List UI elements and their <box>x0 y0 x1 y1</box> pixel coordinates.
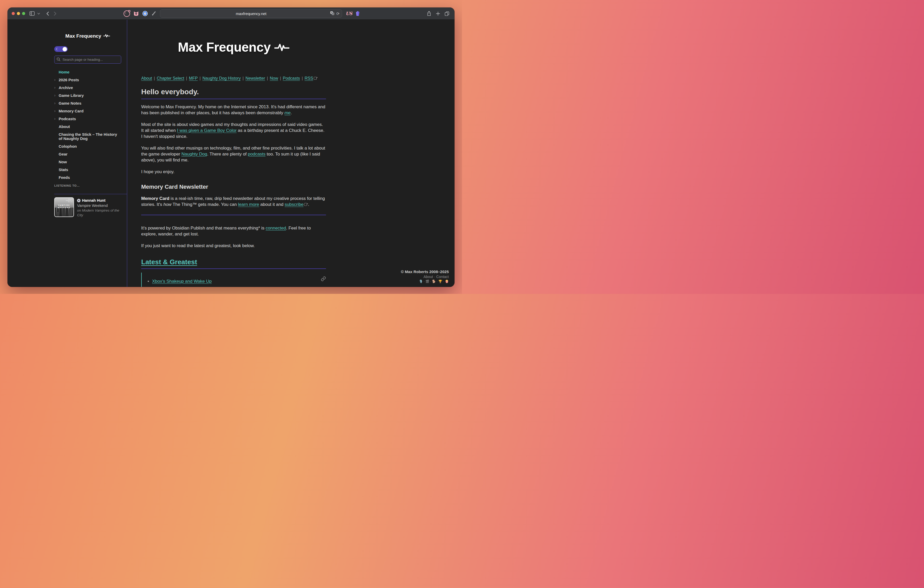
latest-greatest-link[interactable]: Latest & Greatest <box>141 258 197 266</box>
extension-1password-icon[interactable] <box>142 11 148 17</box>
sidebar-item-colophon[interactable]: Colophon <box>54 142 121 150</box>
text-run: about it and <box>259 202 284 207</box>
sidebar-item-label: Podcasts <box>59 117 76 121</box>
hello-heading: Hello everybody. <box>141 88 326 96</box>
extension-obsidian-icon[interactable] <box>356 11 360 16</box>
extension-moon-icon[interactable]: ☾ <box>124 10 130 17</box>
footer-emoji: 🎙️ <box>419 279 423 283</box>
chevron-right-icon[interactable]: › <box>54 86 56 89</box>
extension-us-icon[interactable]: US <box>345 11 352 16</box>
footer-about-link[interactable]: About <box>424 275 433 279</box>
minimize-window-button[interactable] <box>17 12 20 15</box>
album-art[interactable]: Modern Vampires of the City VAMPIREWEEKE… <box>54 197 74 217</box>
track-artist: Vampire Weekend <box>77 203 121 208</box>
close-window-button[interactable] <box>12 12 15 15</box>
sidebar-item-archive[interactable]: ›Archive <box>54 84 121 92</box>
sidebar-item-label: Stats <box>59 167 68 172</box>
page: Max Frequency ☾ Home›2026 Posts›Archive›… <box>8 20 454 287</box>
sidebar-item-label: Memory Card <box>59 109 84 113</box>
inline-link[interactable]: me <box>284 110 291 115</box>
address-bar[interactable]: maxfrequency.net A文 ⟳ <box>160 9 342 18</box>
sidebar-item-chasing-the-stick-the-history-of-naughty-dog[interactable]: Chasing the Stick – The History of Naugh… <box>54 130 121 142</box>
extension-pencil-icon[interactable] <box>151 11 157 16</box>
share-icon[interactable] <box>427 11 431 16</box>
chevron-right-icon[interactable]: › <box>54 78 56 82</box>
separator: | <box>154 76 155 81</box>
sidebar-item-game-library[interactable]: ›Game Library <box>54 92 121 99</box>
sidebar-item-label: Home <box>59 70 69 74</box>
separator: | <box>302 76 303 81</box>
footer-emoji: 🏆 <box>438 279 442 283</box>
back-icon[interactable] <box>46 12 49 16</box>
sidebar-item-stats[interactable]: Stats <box>54 166 121 173</box>
text-run: Memory Card <box>141 196 170 201</box>
theme-toggle[interactable]: ☾ <box>54 46 68 52</box>
sidebar-item-home[interactable]: Home <box>54 68 121 76</box>
top-nav-naughty-dog-history[interactable]: Naughty Dog History <box>203 76 241 81</box>
extension-cat-download-icon[interactable] <box>134 11 139 17</box>
text-run: It's powered by Obsidian Publish and tha… <box>141 226 266 231</box>
top-nav-podcasts[interactable]: Podcasts <box>283 76 300 81</box>
search-input[interactable] <box>54 56 121 64</box>
sidebar-item-label: Game Library <box>59 93 84 97</box>
chevron-right-icon[interactable]: › <box>54 109 56 113</box>
sidebar-item-gear[interactable]: Gear <box>54 150 121 158</box>
top-nav-mfp[interactable]: MFP <box>189 76 198 81</box>
sidebar-item-game-notes[interactable]: ›Game Notes <box>54 99 121 107</box>
text-run: how <box>163 202 171 207</box>
forward-icon[interactable] <box>54 12 56 16</box>
chevron-down-icon[interactable] <box>37 13 40 15</box>
site-sidebar: Max Frequency ☾ Home›2026 Posts›Archive›… <box>8 20 127 287</box>
separator: · <box>443 279 444 283</box>
sidebar-item-now[interactable]: Now <box>54 158 121 166</box>
inline-link[interactable]: learn more <box>238 202 259 207</box>
newsletter-heading: Memory Card Newsletter <box>141 183 326 190</box>
top-nav-now[interactable]: Now <box>270 76 278 81</box>
separator: | <box>186 76 187 81</box>
inline-link[interactable]: I was given a Game Boy Color <box>177 128 237 133</box>
top-nav-about[interactable]: About <box>141 76 152 81</box>
top-nav-rss[interactable]: RSS <box>305 76 313 81</box>
sidebar-nav: Home›2026 Posts›Archive›Game Library›Gam… <box>54 68 121 182</box>
footer-emoji: 🐕 <box>432 279 436 283</box>
inline-link[interactable]: podcasts <box>248 152 266 157</box>
footer-contact-link[interactable]: Contact <box>436 275 449 279</box>
footer-emoji: 🎬 <box>426 279 429 283</box>
new-tab-icon[interactable] <box>436 12 440 16</box>
paragraph: I hope you enjoy. <box>141 169 326 175</box>
paragraph: It's powered by Obsidian Publish and tha… <box>141 225 326 237</box>
inline-link[interactable]: Naughty Dog <box>182 152 207 157</box>
heartbeat-icon <box>274 40 289 55</box>
chevron-right-icon[interactable]: › <box>54 101 56 105</box>
post-link[interactable]: Xbox's Shakeup and Wake Up <box>152 279 211 284</box>
link-chain-icon[interactable] <box>321 276 326 282</box>
paragraph: Memory Card is a real-ish time, raw, dri… <box>141 195 326 207</box>
sidebar-site-title[interactable]: Max Frequency <box>54 33 121 39</box>
sidebar-item-label: Now <box>59 160 67 164</box>
sidebar-item-about[interactable]: About <box>54 123 121 130</box>
desktop: { "colors": { "accent_teal": "#57c6bd", … <box>0 0 462 294</box>
sidebar-item-podcasts[interactable]: ›Podcasts <box>54 115 121 123</box>
sidebar-divider <box>54 194 127 194</box>
top-nav-chapter-select[interactable]: Chapter Select <box>157 76 184 81</box>
chevron-right-icon[interactable]: › <box>54 117 56 121</box>
svg-text:文: 文 <box>332 13 334 15</box>
browser-window: ☾ maxfrequency.net A文 ⟳ US <box>8 8 454 287</box>
reload-icon[interactable]: ⟳ <box>337 12 340 16</box>
zoom-window-button[interactable] <box>22 12 25 15</box>
separator: | <box>243 76 244 81</box>
sidebar-toggle-icon[interactable] <box>29 11 35 16</box>
top-nav-newsletter[interactable]: Newsletter <box>246 76 265 81</box>
tabs-icon[interactable] <box>445 11 449 16</box>
translate-icon[interactable]: A文 <box>330 11 334 16</box>
chevron-right-icon[interactable]: › <box>54 93 56 97</box>
horizontal-rule <box>141 99 326 99</box>
inline-link[interactable]: connected <box>266 226 286 231</box>
moon-icon: ☾ <box>56 48 59 51</box>
inline-link[interactable]: subscribe <box>285 202 304 207</box>
text-run: . <box>291 110 292 115</box>
top-nav: About|Chapter Select|MFP|Naughty Dog His… <box>141 75 326 81</box>
sidebar-item-feeds[interactable]: Feeds <box>54 173 121 182</box>
sidebar-item-memory-card[interactable]: ›Memory Card <box>54 107 121 115</box>
sidebar-item-2026-posts[interactable]: ›2026 Posts <box>54 76 121 84</box>
